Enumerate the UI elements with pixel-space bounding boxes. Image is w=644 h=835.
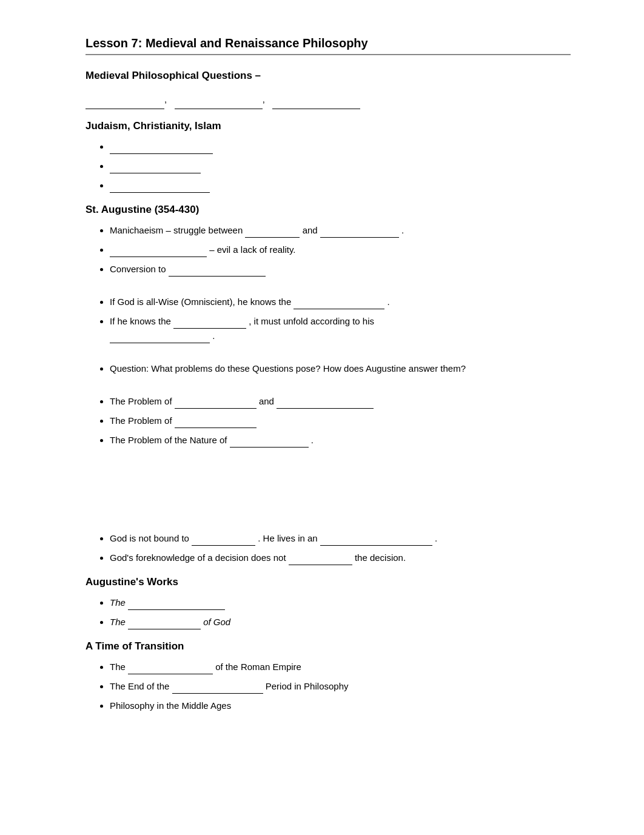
list-item: Question: What problems do these Questio… [110,361,571,376]
blank-s6-1 [128,666,213,674]
blank-s3-6a [175,400,257,409]
lesson-title: Lesson 7: Medieval and Renaissance Philo… [86,36,571,55]
blank-s3-5a [173,320,246,329]
section5-heading: Augustine's Works [86,576,571,588]
blank-s3-1b [320,229,399,238]
blank-s3-7 [175,420,257,428]
list-item: Manichaeism – struggle between and . [110,223,571,238]
blank-s4-1b [320,537,432,546]
blank-s5-2 [128,621,201,629]
blank-s5-1 [128,602,225,610]
section2-list [110,139,571,193]
list-item: The of God [110,615,571,629]
list-item: Philosophy in the Middle Ages [110,699,571,713]
section3-list: Manichaeism – struggle between and . – e… [110,223,571,277]
blank-s3-5b [110,335,210,343]
section3-list-c: Question: What problems do these Questio… [110,361,571,376]
list-item: The Problem of [110,414,571,428]
section1-heading: Medieval Philosophical Questions – [86,70,571,82]
blank-3 [272,101,360,109]
list-item: If God is all-Wise (Omniscient), he know… [110,295,571,309]
section4-list: God is not bound to . He lives in an . G… [110,531,571,565]
list-item [110,178,571,193]
list-item: The Problem of the Nature of . [110,433,571,448]
blank-s3-2 [110,249,207,257]
section6-list: The of the Roman Empire The End of the P… [110,660,571,713]
blank-s2-3 [110,184,210,193]
list-item: – evil a lack of reality. [110,243,571,257]
section5-list: The The of God [110,595,571,629]
list-item [110,159,571,173]
blank-s3-6b [277,400,374,409]
blank-s2-2 [110,165,201,173]
blank-s4-2 [289,557,352,565]
blank-s6-2 [172,685,263,694]
section2-heading: Judaism, Christianity, Islam [86,120,571,132]
list-item: The of the Roman Empire [110,660,571,674]
blank-s3-3 [169,268,266,277]
blank-s2-1 [110,146,213,154]
blank-s4-1a [192,537,255,546]
section3-heading: St. Augustine (354-430) [86,204,571,216]
blank-2 [175,101,263,109]
blank-1 [86,101,164,109]
list-item: God's foreknowledge of a decision does n… [110,551,571,565]
section3-list-b: If God is all-Wise (Omniscient), he know… [110,295,571,343]
list-item: Conversion to [110,262,571,277]
list-item [110,139,571,154]
blank-s3-8 [230,439,309,448]
section6-heading: A Time of Transition [86,640,571,652]
list-item: If he knows the , it must unfold accordi… [110,314,571,343]
blank-s3-4 [293,301,384,309]
section3-list-d: The Problem of and The Problem of The Pr… [110,394,571,448]
list-item: God is not bound to . He lives in an . [110,531,571,546]
section1-fill-line: , , [86,89,571,109]
list-item: The Problem of and [110,394,571,409]
list-item: The [110,595,571,610]
blank-s3-1a [245,229,300,238]
list-item: The End of the Period in Philosophy [110,679,571,694]
